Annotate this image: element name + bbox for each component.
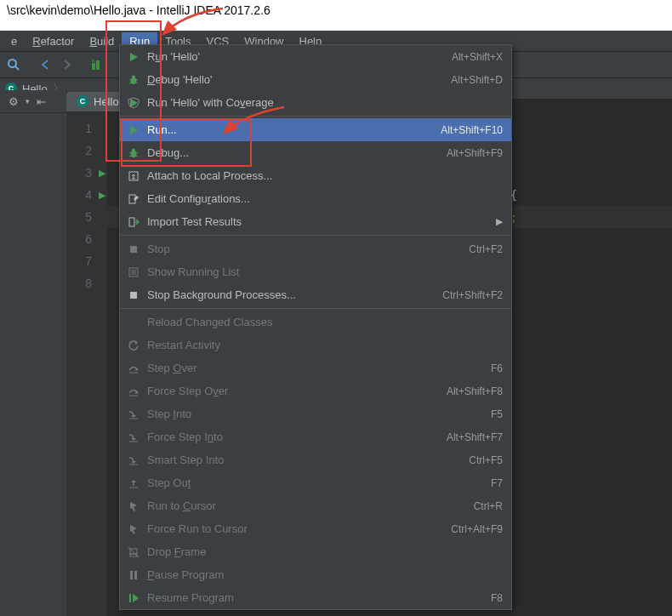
line-number: 6 <box>66 228 107 250</box>
collapse-icon[interactable]: ⇤ <box>37 95 46 108</box>
menu-shortcut: Alt+Shift+X <box>452 51 503 63</box>
menu-item-label: Smart Step Into <box>147 453 469 466</box>
menu-item-label: Force Step Into <box>147 431 447 443</box>
search-icon[interactable] <box>3 54 24 75</box>
menu-separator <box>120 235 511 236</box>
menu-item: Drop Frame <box>120 540 511 563</box>
menu-item: Restart Activity <box>120 334 511 356</box>
menu-item: Resume ProgramF8 <box>120 586 511 609</box>
menu-item[interactable]: Run 'Hello'Alt+Shift+X <box>120 45 511 68</box>
menu-item[interactable]: Debug...Alt+Shift+F9 <box>120 141 511 164</box>
menu-item: Smart Step IntoCtrl+F5 <box>120 448 511 471</box>
line-number: 8 <box>66 272 107 294</box>
restart-icon <box>125 337 142 354</box>
menu-item: Force Step IntoAlt+Shift+F7 <box>120 425 511 448</box>
menu-shortcut: F6 <box>491 362 503 374</box>
menu-shortcut: F8 <box>491 592 503 604</box>
menu-separator <box>120 308 511 309</box>
resume-icon <box>125 590 142 607</box>
menu-item: Force Step OverAlt+Shift+F8 <box>120 379 511 402</box>
menu-item[interactable]: Import Test Results▶ <box>120 210 511 233</box>
menu-edit-tail[interactable]: e <box>3 32 25 50</box>
svg-rect-36 <box>129 594 131 602</box>
gear-icon[interactable]: ⚙ <box>9 95 19 108</box>
svg-point-0 <box>9 60 16 67</box>
menu-build[interactable]: Build <box>82 32 122 50</box>
stepover-icon <box>125 360 142 377</box>
menu-item: Run to CursorCtrl+R <box>120 494 511 517</box>
play-icon <box>125 122 142 139</box>
menu-item-label: Restart Activity <box>147 339 503 351</box>
line-number: 1 <box>66 117 107 140</box>
gutter: 1 2 3 4 5 6 7 8 <box>66 112 107 616</box>
menu-shortcut: Ctrl+Alt+F9 <box>451 523 503 535</box>
menu-item[interactable]: Debug 'Hello'Alt+Shift+D <box>120 68 511 91</box>
menu-item[interactable]: Attach to Local Process... <box>120 164 511 187</box>
back-icon[interactable] <box>36 54 56 75</box>
line-number: 5 <box>66 206 107 228</box>
run-dropdown: Run 'Hello'Alt+Shift+XDebug 'Hello'Alt+S… <box>119 44 512 610</box>
svg-line-15 <box>136 156 138 157</box>
menu-item-label: Attach to Local Process... <box>147 169 503 182</box>
line-number[interactable]: 3 <box>66 162 107 184</box>
menu-separator <box>120 116 511 117</box>
coverage-icon <box>125 94 142 111</box>
menu-item-label: Run... <box>147 123 441 136</box>
menu-item-label: Import Test Results <box>147 215 503 228</box>
menu-shortcut: Alt+Shift+F9 <box>447 147 503 159</box>
stop-icon <box>125 287 142 304</box>
bug-icon <box>125 71 142 88</box>
menu-item-label: Edit Configurations... <box>147 192 503 205</box>
menu-item: StopCtrl+F2 <box>120 237 511 260</box>
menu-item-label: Step Over <box>147 362 491 374</box>
menu-shortcut: Ctrl+Shift+F2 <box>442 289 503 301</box>
stepover-icon <box>125 383 142 400</box>
menu-shortcut: F7 <box>491 477 503 489</box>
line-number: 7 <box>66 250 107 272</box>
submenu-arrow-icon: ▶ <box>496 216 503 227</box>
bug-icon <box>125 145 142 162</box>
attach-icon <box>125 168 142 185</box>
line-number: 2 <box>66 140 107 162</box>
svg-rect-19 <box>130 246 137 253</box>
svg-line-7 <box>136 79 138 80</box>
menu-item[interactable]: Run 'Hello' with Coverage <box>120 91 511 114</box>
menu-item: Show Running List <box>120 260 511 283</box>
edit-icon <box>125 191 142 208</box>
menu-item-label: Resume Program <box>147 591 491 604</box>
menu-shortcut: Ctrl+R <box>474 500 503 512</box>
menu-item-label: Stop <box>147 242 469 255</box>
forward-icon[interactable] <box>56 54 77 75</box>
menu-refactor[interactable]: Refactor <box>25 32 82 50</box>
menu-shortcut: Alt+Shift+F10 <box>441 124 503 136</box>
svg-line-12 <box>129 152 131 153</box>
svg-line-9 <box>136 83 138 83</box>
menu-item-label: Force Run to Cursor <box>147 522 451 535</box>
menu-item-label: Debug 'Hello' <box>147 73 451 86</box>
menu-item[interactable]: Stop Background Processes...Ctrl+Shift+F… <box>120 283 511 306</box>
build-icon[interactable] <box>87 54 107 75</box>
menu-item: Pause Program <box>120 563 511 586</box>
svg-rect-24 <box>130 292 137 299</box>
svg-rect-34 <box>130 571 133 579</box>
menu-shortcut: Ctrl+F5 <box>469 454 503 466</box>
menu-item-label: Drop Frame <box>147 545 503 558</box>
svg-line-6 <box>129 79 131 80</box>
menu-item: Force Run to CursorCtrl+Alt+F9 <box>120 517 511 540</box>
side-column: ⚙ ▾ ⇤ <box>0 90 67 616</box>
stepinto-icon <box>125 406 142 423</box>
menu-item[interactable]: Edit Configurations... <box>120 187 511 210</box>
menu-shortcut: Ctrl+F2 <box>469 243 503 255</box>
svg-rect-18 <box>129 218 134 226</box>
menu-shortcut: Alt+Shift+F7 <box>447 431 503 443</box>
file-tab-label: Hello <box>94 95 119 108</box>
cursor-icon <box>125 498 142 515</box>
line-number[interactable]: 4 <box>66 184 107 206</box>
svg-rect-2 <box>92 63 95 70</box>
menu-item-label: Pause Program <box>147 568 503 581</box>
menu-item[interactable]: Run...Alt+Shift+F10 <box>120 118 511 141</box>
menu-item-label: Step Out <box>147 476 491 489</box>
cursor-icon <box>125 521 142 538</box>
menu-item-label: Show Running List <box>147 265 503 278</box>
stepout-icon <box>125 475 142 492</box>
